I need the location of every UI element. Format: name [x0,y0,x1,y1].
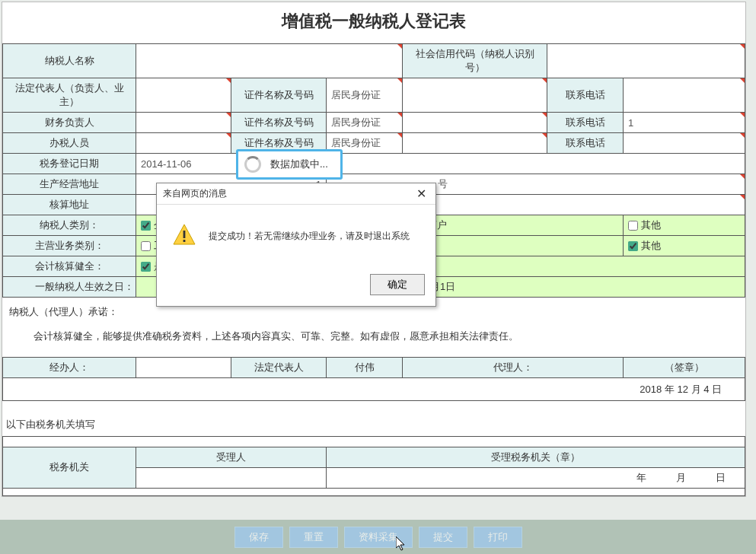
label-legal-rep: 法定代表人（负责人、业主） [3,78,136,113]
label-handler: 经办人： [3,358,136,378]
submit-button[interactable]: 提交 [419,527,467,548]
opt-main-biz-3[interactable]: 其他 [624,236,745,256]
val-taxpayer-name[interactable] [136,44,403,78]
svg-rect-2 [183,240,186,242]
message-dialog: 来自网页的消息 ✕ 提交成功！若无需继续办理业务，请及时退出系统 确定 [156,183,436,307]
dialog-message: 提交成功！若无需继续办理业务，请及时退出系统 [209,230,410,243]
val-reg-date: 2014-11-06 [136,154,745,174]
below-tax-heading: 以下由税务机关填写 [3,413,745,437]
opt-taxpayer-type-3[interactable]: 其他 [624,215,745,236]
page-title: 增值税一般纳税人登记表 [2,2,745,43]
label-cert2: 证件名称及号码 [231,113,327,133]
label-legal-rep2: 法定代表人 [231,358,327,378]
promise-body: 会计核算健全，能够提供准确税务资料，上述各项内容真实、可靠、完整。如有虚假，愿意… [3,322,745,358]
svg-rect-1 [183,231,186,238]
label-cert1: 证件名称及号码 [231,78,327,113]
label-taxpayer-type: 纳税人类别： [3,215,136,236]
sign-date: 2018 年 12 月 4 日 [3,378,745,401]
label-social-code: 社会信用代码（纳税人识别号） [403,44,547,78]
val-cert3-no[interactable] [403,133,547,154]
loading-box: 数据加载中... [236,149,343,180]
val-cert2-no[interactable] [403,113,547,133]
val-cert1-no[interactable] [403,78,547,113]
dialog-title: 来自网页的消息 [163,187,227,200]
val-legal-rep[interactable] [136,78,231,113]
reset-button[interactable]: 重置 [289,527,338,548]
val-tax-staff[interactable] [136,133,231,154]
collect-button[interactable]: 资料采集 [344,527,413,548]
label-agent: 代理人： [403,358,624,378]
label-finance-head: 财务负责人 [3,113,136,133]
print-button[interactable]: 打印 [474,527,522,548]
label-accept-org: 受理税务机关（章） [327,447,745,467]
save-button[interactable]: 保存 [234,527,283,548]
label-tax-org: 税务机关 [3,447,136,488]
label-biz-addr: 生产经营地址 [3,174,136,195]
label-stamp: （签章） [624,358,745,378]
action-bar: 保存 重置 资料采集 提交 打印 [0,520,756,554]
label-acct-sound: 会计核算健全： [3,256,136,277]
label-effective: 一般纳税人生效之日： [3,277,136,298]
val-phone1[interactable] [624,78,745,113]
ok-button[interactable]: 确定 [370,274,425,295]
val-cert1-type[interactable]: 居民身份证 [327,78,403,113]
loading-text: 数据加载中... [270,158,328,171]
val-phone3[interactable] [624,133,745,154]
label-acct-addr: 核算地址 [3,195,136,215]
val-phone2[interactable]: 1 [624,113,745,133]
val-finance-head[interactable] [136,113,231,133]
val-social-code[interactable] [547,44,745,78]
label-acceptor: 受理人 [136,447,327,467]
ymd: 年 月 日 [327,467,745,488]
val-cert2-type[interactable]: 居民身份证 [327,113,403,133]
label-phone1: 联系电话 [547,78,624,113]
val-fuwei: 付伟 [327,358,403,378]
label-tax-staff: 办税人员 [3,133,136,154]
close-icon[interactable]: ✕ [413,186,429,201]
warning-icon [172,223,196,250]
label-phone3: 联系电话 [547,133,624,154]
label-taxpayer-name: 纳税人名称 [3,44,136,78]
label-reg-date: 税务登记日期 [3,154,136,174]
spinner-icon [244,156,261,173]
label-main-biz: 主营业务类别： [3,236,136,256]
label-phone2: 联系电话 [547,113,624,133]
